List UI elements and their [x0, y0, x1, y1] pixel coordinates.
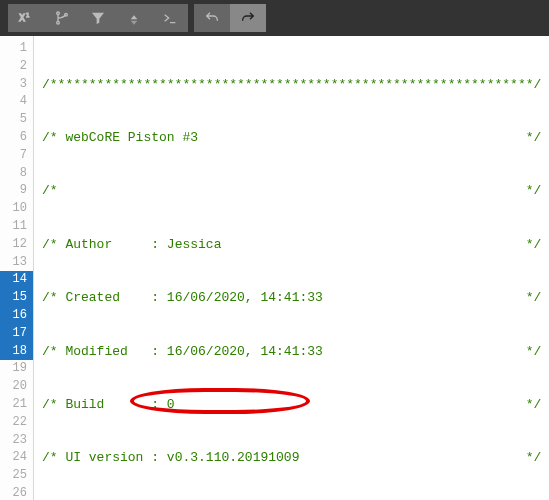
line-number: 24: [0, 449, 33, 467]
line-number: 5: [0, 111, 33, 129]
line-number: 12: [0, 236, 33, 254]
line-number: 22: [0, 414, 33, 432]
comment-created-value: 16/06/2020, 14:41:33: [167, 290, 323, 305]
comment-name: /* webCoRE Piston #3 */: [42, 130, 541, 145]
line-number: 16: [0, 307, 33, 325]
line-number: 15: [0, 289, 33, 307]
comment-created-label: /* Created :: [42, 290, 167, 305]
code-editor: 1 2 3 4 5 6 7 8 9 10 11 12 13 14 15 16 1…: [0, 36, 549, 500]
line-number: 21: [0, 396, 33, 414]
console-button[interactable]: [152, 4, 188, 32]
redo-icon: [240, 10, 256, 26]
comment-blank: /* */: [42, 183, 541, 198]
filter-icon: [90, 10, 106, 26]
line-number: 18: [0, 343, 33, 361]
line-number: 23: [0, 432, 33, 450]
line-number: 8: [0, 165, 33, 183]
line-number: 26: [0, 485, 33, 500]
comment-author-label: /* Author :: [42, 237, 167, 252]
redo-button[interactable]: [230, 4, 266, 32]
line-number: 4: [0, 93, 33, 111]
svg-point-2: [57, 12, 60, 15]
comment-author-value: Jessica: [167, 237, 222, 252]
toolbar-group-main: X1: [8, 4, 188, 32]
line-number: 10: [0, 200, 33, 218]
line-number: 2: [0, 58, 33, 76]
filter-button[interactable]: [80, 4, 116, 32]
comment-uiver-value: v0.3.110.20191009: [167, 450, 300, 465]
comment-uiver-label: /* UI version :: [42, 450, 167, 465]
line-number: 17: [0, 325, 33, 343]
line-number: 3: [0, 76, 33, 94]
comment-border: /***************************************…: [42, 77, 541, 92]
undo-icon: [204, 10, 220, 26]
line-number: 13: [0, 254, 33, 272]
svg-text:X: X: [19, 12, 25, 23]
comment-modified-label: /* Modified :: [42, 344, 167, 359]
branch-button[interactable]: [44, 4, 80, 32]
line-number: 9: [0, 182, 33, 200]
comment-build-value: 0: [167, 397, 175, 412]
toolbar: X1: [0, 0, 549, 36]
sort-icon: [126, 10, 142, 26]
sort-button[interactable]: [116, 4, 152, 32]
code-area[interactable]: /***************************************…: [34, 36, 549, 500]
svg-text:1: 1: [26, 12, 29, 18]
console-icon: [162, 10, 178, 26]
line-number: 11: [0, 218, 33, 236]
line-number: 1: [0, 40, 33, 58]
undo-button[interactable]: [194, 4, 230, 32]
line-number: 20: [0, 378, 33, 396]
branch-icon: [54, 10, 70, 26]
line-number: 14: [0, 271, 33, 289]
line-number: 25: [0, 467, 33, 485]
x1-icon: X1: [18, 10, 34, 26]
line-number: 7: [0, 147, 33, 165]
toolbar-group-history: [194, 4, 266, 32]
comment-modified-value: 16/06/2020, 14:41:33: [167, 344, 323, 359]
line-gutter: 1 2 3 4 5 6 7 8 9 10 11 12 13 14 15 16 1…: [0, 36, 34, 500]
svg-point-3: [57, 21, 60, 24]
line-number: 6: [0, 129, 33, 147]
variables-button[interactable]: X1: [8, 4, 44, 32]
comment-build-label: /* Build :: [42, 397, 167, 412]
line-number: 19: [0, 360, 33, 378]
